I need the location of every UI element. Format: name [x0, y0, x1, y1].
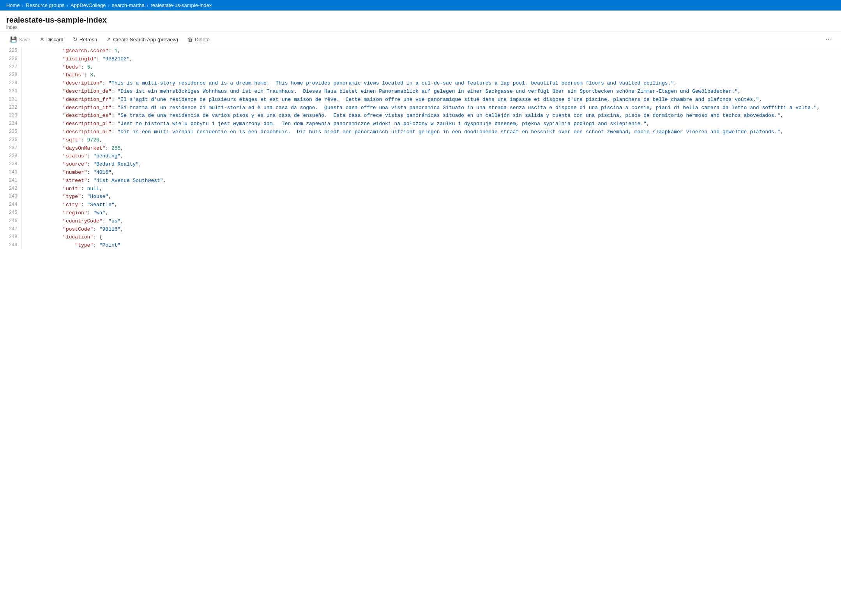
table-row: 226 "listingId": "9382102",: [0, 55, 841, 64]
table-row: 238 "status": "pending",: [0, 152, 841, 161]
breadcrumb-bar: Home › Resource groups › AppDevCollege ›…: [0, 0, 841, 11]
table-row: 234 "description_pl": "Jest to historia …: [0, 120, 841, 128]
table-row: 246 "countryCode": "us",: [0, 217, 841, 226]
breadcrumb-appdevcollege[interactable]: AppDevCollege: [71, 2, 106, 8]
breadcrumb-sep-2: ›: [67, 3, 68, 8]
page-subtitle: index: [6, 25, 835, 30]
refresh-icon: ↻: [73, 36, 78, 42]
table-row: 237 "daysOnMarket": 255,: [0, 145, 841, 153]
table-row: 247 "postCode": "98116",: [0, 226, 841, 234]
discard-icon: ✕: [40, 36, 44, 42]
table-row: 235 "description_nl": "Dit is een multi …: [0, 128, 841, 136]
table-row: 233 "description_es": "Se trata de una r…: [0, 112, 841, 120]
table-row: 239 "source": "Bedard Realty",: [0, 161, 841, 169]
table-row: 243 "type": "House",: [0, 193, 841, 201]
delete-icon: 🗑: [187, 36, 193, 42]
breadcrumb-resource-groups[interactable]: Resource groups: [26, 2, 64, 8]
save-icon: 💾: [10, 36, 17, 42]
refresh-button[interactable]: ↻ Refresh: [69, 34, 101, 44]
table-row: 245 "region": "wa",: [0, 209, 841, 217]
breadcrumb-search-martha[interactable]: search-martha: [112, 2, 145, 8]
table-row: 236 "sqft": 9720,: [0, 136, 841, 145]
save-button[interactable]: 💾 Save: [6, 34, 34, 44]
json-table: 225 "@search.score": 1,226 "listingId": …: [0, 47, 841, 250]
more-icon: ⋯: [826, 37, 831, 42]
table-row: 231 "description_fr": "Il s'agit d'une r…: [0, 96, 841, 104]
table-row: 240 "number": "4016",: [0, 169, 841, 177]
table-row: 225 "@search.score": 1,: [0, 47, 841, 55]
table-row: 230 "description_de": "Dies ist ein mehr…: [0, 88, 841, 96]
toolbar: 💾 Save ✕ Discard ↻ Refresh ↗ Create Sear…: [0, 32, 841, 47]
table-row: 242 "unit": null,: [0, 185, 841, 193]
breadcrumb-sep-3: ›: [108, 3, 110, 8]
table-row: 229 "description": "This is a multi-stor…: [0, 79, 841, 88]
breadcrumb-sep-1: ›: [22, 3, 24, 8]
create-search-app-button[interactable]: ↗ Create Search App (preview): [102, 34, 182, 44]
table-row: 232 "description_it": "Si tratta di un r…: [0, 104, 841, 112]
discard-button[interactable]: ✕ Discard: [36, 34, 67, 44]
table-row: 249 "type": "Point": [0, 242, 841, 250]
page-title: realestate-us-sample-index: [6, 15, 835, 25]
more-options-button[interactable]: ⋯: [822, 35, 835, 44]
breadcrumb-home[interactable]: Home: [6, 2, 20, 8]
breadcrumb-current: realestate-us-sample-index: [151, 2, 212, 8]
table-row: 227 "beds": 5,: [0, 64, 841, 72]
table-row: 241 "street": "41st Avenue Southwest",: [0, 177, 841, 185]
delete-button[interactable]: 🗑 Delete: [184, 34, 214, 44]
table-row: 248 "location": {: [0, 233, 841, 242]
table-row: 228 "baths": 3,: [0, 71, 841, 79]
json-viewer: 225 "@search.score": 1,226 "listingId": …: [0, 47, 841, 612]
table-row: 244 "city": "Seattle",: [0, 201, 841, 209]
breadcrumb-sep-4: ›: [147, 3, 148, 8]
create-search-icon: ↗: [106, 36, 111, 42]
page-header: realestate-us-sample-index index: [0, 11, 841, 32]
